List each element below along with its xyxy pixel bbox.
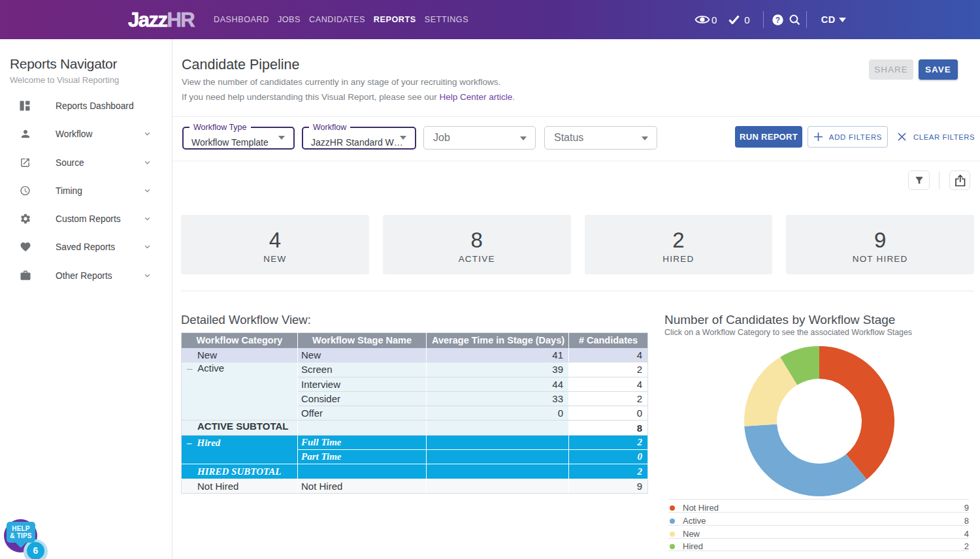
svg-text:?: ? xyxy=(776,15,780,24)
